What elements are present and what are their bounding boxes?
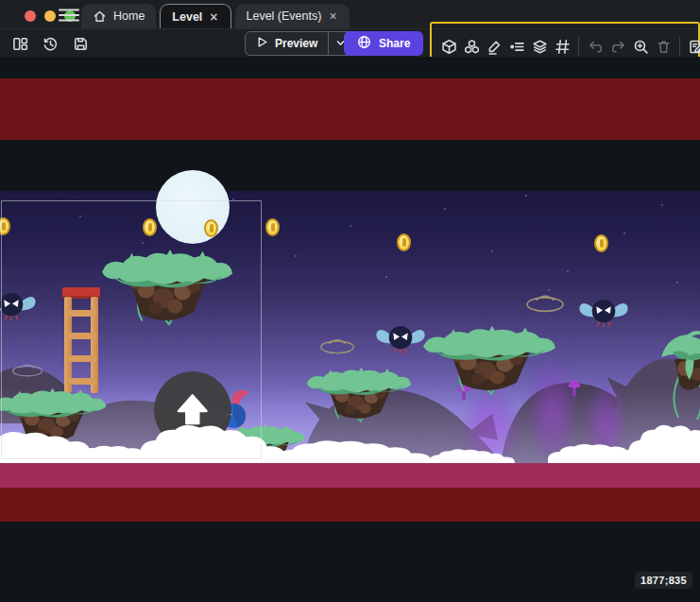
delete-icon: [652, 35, 674, 58]
share-button-label: Share: [379, 37, 410, 50]
tab-label: Level: [172, 10, 202, 24]
instances-list-icon[interactable]: [505, 35, 528, 58]
star-dot: [295, 255, 297, 257]
tab-close-icon[interactable]: ×: [328, 9, 337, 23]
layers-icon[interactable]: [528, 35, 551, 58]
project-manager-icon[interactable]: [9, 32, 31, 55]
tab-strip: HomeLevel×Level (Events)×: [81, 0, 353, 28]
objects-panel-icon[interactable]: [437, 35, 460, 58]
ufo-doodle-sprite[interactable]: [525, 291, 565, 313]
share-button[interactable]: Share: [344, 31, 423, 56]
star-dot: [661, 204, 663, 206]
edit-scene-icon[interactable]: [685, 35, 700, 58]
tab-close-icon[interactable]: ×: [209, 10, 218, 24]
star-dot: [385, 276, 387, 278]
coin-sprite[interactable]: [265, 218, 280, 236]
close-window-button[interactable]: [25, 10, 36, 22]
minimize-window-button[interactable]: [44, 10, 56, 22]
star-dot: [491, 250, 493, 252]
tab-label: Level (Events): [247, 9, 322, 23]
toolbar-left-icons: [9, 32, 92, 55]
home-icon: [93, 9, 107, 24]
app-window: HomeLevel×Level (Events)× Preview: [0, 0, 700, 602]
play-icon: [256, 36, 268, 51]
floating-island-sprite[interactable]: [305, 367, 413, 425]
tab-home[interactable]: Home: [81, 4, 156, 28]
save-icon[interactable]: [69, 32, 92, 55]
scene-tools-row: [437, 35, 700, 58]
red-wall-bottom-sprite[interactable]: [0, 488, 700, 522]
star-dot: [525, 195, 527, 197]
object-groups-icon[interactable]: [460, 35, 483, 58]
star-dot: [444, 208, 446, 210]
ufo-doodle-sprite[interactable]: [319, 335, 355, 354]
scene-editor-canvas[interactable]: 1877;835: [0, 57, 700, 602]
star-dot: [567, 270, 569, 272]
cursor-coordinates-badge: 1877;835: [635, 572, 692, 589]
zoom-in-icon[interactable]: [629, 35, 652, 58]
toolbar-divider: [578, 37, 579, 56]
tab-level-events[interactable]: Level (Events)×: [235, 4, 350, 28]
properties-icon[interactable]: [483, 35, 505, 58]
main-menu-icon[interactable]: [59, 8, 79, 23]
coin-sprite[interactable]: [397, 233, 411, 251]
history-icon[interactable]: [39, 32, 61, 55]
bat-enemy-sprite[interactable]: [374, 320, 427, 358]
star-dot: [623, 232, 625, 234]
star-dot: [350, 225, 351, 227]
redo-icon: [606, 35, 629, 58]
undo-icon: [584, 35, 606, 58]
preview-split-button: Preview: [245, 31, 352, 56]
bat-enemy-sprite[interactable]: [577, 294, 630, 332]
floating-island-sprite[interactable]: [421, 325, 557, 399]
grid-icon[interactable]: [551, 35, 573, 58]
tab-level[interactable]: Level×: [160, 4, 230, 28]
crimson-wall-sprite[interactable]: [0, 463, 700, 488]
star-dot: [676, 282, 678, 284]
toolbar-divider: [679, 37, 680, 56]
floating-island-sprite[interactable]: [659, 331, 700, 423]
mushroom-sprite[interactable]: [567, 374, 582, 399]
preview-button[interactable]: Preview: [246, 32, 328, 55]
globe-icon: [357, 35, 371, 52]
cloud-sprite[interactable]: [628, 421, 700, 463]
coin-sprite[interactable]: [594, 234, 608, 252]
camera-viewport-border: [1, 200, 262, 459]
preview-button-label: Preview: [275, 37, 317, 50]
cloud-sprite[interactable]: [276, 439, 432, 463]
red-wall-top-sprite[interactable]: [0, 78, 700, 140]
tab-label: Home: [113, 9, 145, 23]
cloud-sprite[interactable]: [430, 448, 515, 463]
